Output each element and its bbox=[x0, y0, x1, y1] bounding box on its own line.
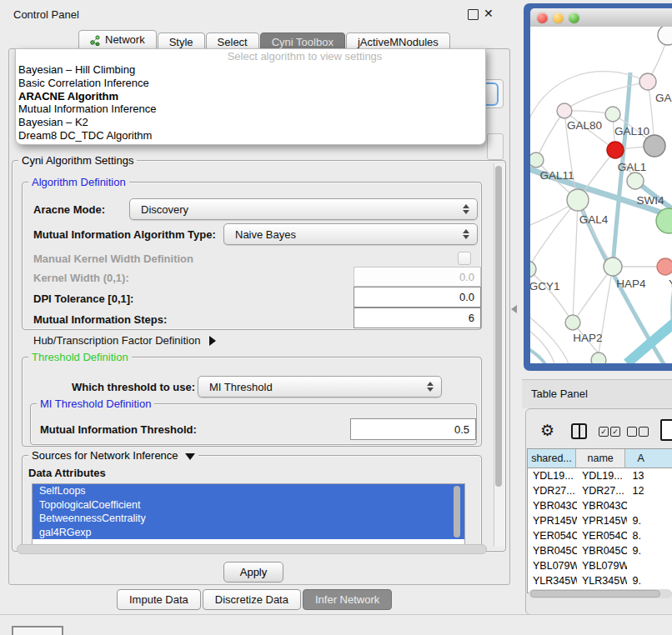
mi-type-select[interactable]: Naive Bayes bbox=[223, 223, 478, 245]
table-row[interactable]: YPR145WYPR145W9. bbox=[528, 513, 672, 528]
column-header-partial[interactable]: A bbox=[625, 449, 672, 468]
node-label: GAL11 bbox=[539, 169, 574, 182]
node-label: GAL bbox=[655, 92, 672, 104]
columns-icon[interactable] bbox=[571, 423, 587, 439]
node-label: GCY1 bbox=[530, 280, 559, 292]
table-hscrollbar-thumb[interactable] bbox=[530, 590, 660, 598]
node-gray[interactable] bbox=[644, 135, 665, 157]
mi-threshold-label: Mutual Information Threshold: bbox=[40, 423, 197, 436]
control-panel-title: Control Panel bbox=[13, 8, 79, 21]
which-threshold-select[interactable]: MI Threshold bbox=[198, 376, 442, 398]
bottom-divider bbox=[0, 614, 672, 615]
node-gal4[interactable] bbox=[567, 189, 589, 211]
column-header-shared[interactable]: shared... bbox=[528, 449, 576, 468]
node-unlabeled-mid[interactable] bbox=[627, 172, 644, 189]
unchecked-box-icon[interactable] bbox=[627, 427, 637, 437]
expand-arrow-icon bbox=[209, 336, 216, 346]
algorithm-option[interactable]: Dream8 DC_TDC Algorithm bbox=[18, 129, 485, 142]
float-panel-icon[interactable] bbox=[468, 9, 479, 20]
list-scrollbar-thumb[interactable] bbox=[454, 486, 460, 538]
node-hap2[interactable] bbox=[565, 315, 580, 330]
algorithm-option[interactable]: Basic Correlation Inference bbox=[18, 77, 485, 90]
zoom-window-icon[interactable] bbox=[569, 12, 579, 23]
table-row[interactable]: YER054CYER054C8. bbox=[528, 528, 672, 543]
table-row[interactable]: YDL19...YDL19...13 bbox=[528, 468, 672, 483]
tab-infer-network[interactable]: Infer Network bbox=[303, 589, 392, 610]
tab-impute-data[interactable]: Impute Data bbox=[117, 589, 201, 610]
table-row[interactable]: YBR045CYBR045C9. bbox=[528, 543, 672, 558]
network-window-titlebar[interactable] bbox=[530, 8, 672, 28]
aracne-mode-select[interactable]: Discovery bbox=[129, 198, 478, 220]
tab-discretize-data[interactable]: Discretize Data bbox=[203, 589, 301, 610]
table-hscrollbar-track[interactable] bbox=[529, 589, 672, 598]
list-item[interactable]: SelfLoops bbox=[33, 484, 464, 498]
node-label: Y bbox=[669, 278, 672, 290]
splitter-collapse-icon[interactable] bbox=[511, 305, 517, 313]
algorithm-option[interactable]: Mutual Information Inference bbox=[18, 102, 485, 116]
list-item[interactable]: TopologicalCoefficient bbox=[33, 498, 464, 512]
mi-type-label: Mutual Information Algorithm Type: bbox=[33, 228, 216, 241]
list-item[interactable]: gal4RGexp bbox=[33, 526, 464, 540]
threshold-definition-title: Threshold Definition bbox=[28, 351, 132, 363]
dpi-tolerance-field[interactable]: 0.0 bbox=[354, 287, 481, 308]
node-gal1[interactable] bbox=[607, 142, 624, 158]
close-panel-icon[interactable]: ✕ bbox=[484, 7, 494, 20]
algorithm-prompt: Select algorithm to view settings bbox=[16, 49, 485, 63]
stepper-icon bbox=[427, 382, 434, 392]
node-unlabeled-top[interactable] bbox=[658, 27, 672, 45]
algorithm-option[interactable]: Bayesian – Hill Climbing bbox=[18, 63, 485, 77]
mi-threshold-field[interactable]: 0.5 bbox=[350, 418, 476, 440]
kernel-width-field[interactable]: 0.0 bbox=[354, 267, 481, 287]
node-label: GAL1 bbox=[618, 161, 647, 173]
checked-box-icon[interactable]: ✓ bbox=[599, 427, 609, 437]
aracne-mode-label: Aracne Mode: bbox=[33, 203, 105, 216]
cyni-algorithm-settings-title: Cyni Algorithm Settings bbox=[18, 154, 137, 167]
node-unlabeled-bottom[interactable] bbox=[591, 352, 606, 363]
mi-steps-field[interactable]: 6 bbox=[354, 308, 481, 328]
unchecked-box-icon[interactable] bbox=[639, 427, 649, 437]
algorithm-definition-title: Algorithm Definition bbox=[28, 176, 129, 188]
node-gal-partial[interactable] bbox=[639, 73, 656, 90]
node-gal80[interactable] bbox=[557, 103, 572, 118]
obscured-box-fragment bbox=[487, 133, 504, 160]
table-row[interactable]: YBR043CYBR043C bbox=[528, 498, 672, 513]
data-attributes-list[interactable]: SelfLoops TopologicalCoefficient Between… bbox=[32, 483, 465, 545]
algorithm-option[interactable]: Bayesian – K2 bbox=[18, 116, 485, 129]
settings-hscrollbar[interactable] bbox=[17, 544, 487, 554]
table-panel-title: Table Panel bbox=[531, 388, 588, 400]
document-icon[interactable] bbox=[660, 419, 672, 441]
network-view-canvas[interactable]: GAL GAL80 GAL10 GAL1 GAL11 SWI4 GAL4 GCY… bbox=[530, 27, 672, 363]
list-item[interactable]: BetweennessCentrality bbox=[33, 512, 464, 526]
minimized-panel-grip[interactable] bbox=[12, 626, 63, 635]
close-window-icon[interactable] bbox=[537, 12, 548, 23]
node-label: HAP2 bbox=[573, 332, 602, 344]
tab-discretize-data-label: Discretize Data bbox=[215, 593, 288, 606]
node-gal11[interactable] bbox=[530, 152, 544, 168]
gear-icon[interactable]: ⚙ bbox=[540, 421, 554, 439]
manual-kernel-checkbox[interactable] bbox=[458, 252, 471, 265]
node-hap4[interactable] bbox=[604, 258, 622, 276]
which-threshold-label: Which threshold to use: bbox=[72, 381, 195, 393]
algorithm-option-selected[interactable]: ARACNE Algorithm bbox=[18, 90, 485, 103]
tab-network[interactable]: Network bbox=[78, 30, 157, 50]
network-icon bbox=[90, 35, 101, 46]
table-row[interactable]: YBL079WYBL079W bbox=[528, 558, 672, 573]
sources-group-title[interactable]: Sources for Network Inference bbox=[28, 449, 198, 462]
which-threshold-value: MI Threshold bbox=[198, 381, 427, 393]
table-row[interactable]: YDR27...YDR27...12 bbox=[528, 483, 672, 498]
stepper-icon bbox=[463, 229, 469, 239]
mi-steps-label: Mutual Information Steps: bbox=[33, 313, 167, 326]
table-row[interactable]: YLR345WYLR345W9. bbox=[528, 573, 672, 588]
hub-section-toggle[interactable]: Hub/Transcription Factor Definition bbox=[33, 334, 216, 347]
node-label: HAP4 bbox=[616, 278, 646, 290]
column-header-name[interactable]: name bbox=[576, 449, 626, 468]
node-y-partial[interactable] bbox=[657, 258, 672, 275]
settings-scrollbar-thumb[interactable] bbox=[495, 166, 502, 487]
checked-box-icon[interactable]: ✓ bbox=[610, 427, 620, 437]
minimize-window-icon[interactable] bbox=[553, 12, 564, 23]
node-table[interactable]: shared... name A YDL19...YDL19...13 YDR2… bbox=[527, 448, 672, 593]
mi-steps-value: 6 bbox=[469, 312, 474, 324]
node-gal10[interactable] bbox=[605, 107, 620, 122]
node-label: GAL80 bbox=[567, 119, 602, 132]
apply-button[interactable]: Apply bbox=[223, 562, 283, 582]
